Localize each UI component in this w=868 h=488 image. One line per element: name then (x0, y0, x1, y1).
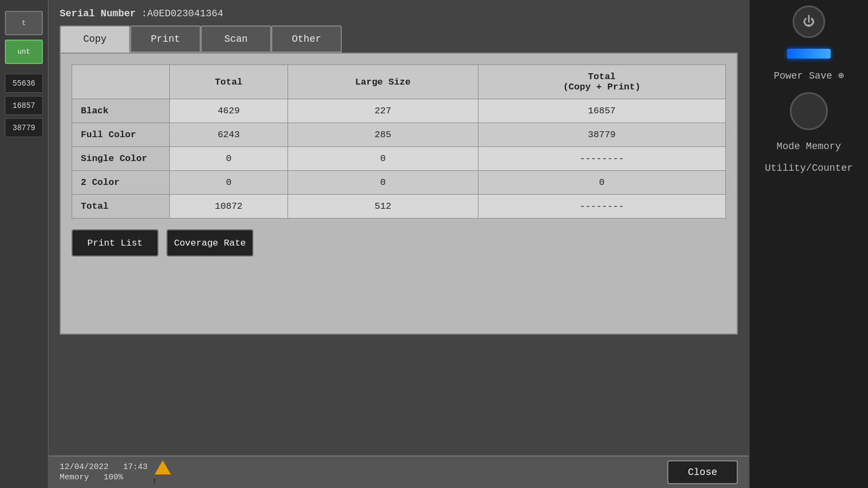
row-fullcolor-total-cp: 38779 (478, 123, 725, 147)
tab-scan[interactable]: Scan (201, 25, 271, 53)
memory-label: Memory (60, 473, 89, 482)
print-list-button[interactable]: Print List (72, 229, 158, 256)
alert-icon-container: ! (153, 463, 172, 482)
power-save-icon: ⊕ (838, 70, 844, 81)
row-label-total: Total (72, 195, 170, 219)
nav-circle[interactable] (790, 92, 828, 130)
status-memory: Memory 100% (60, 473, 148, 482)
status-bar: 12/04/2022 17:43 Memory 100% ! Close (49, 455, 749, 488)
coverage-rate-button[interactable]: Coverage Rate (167, 229, 253, 256)
row-2color-total-cp: 0 (478, 171, 725, 195)
row-black-total-cp: 16857 (478, 99, 725, 123)
sidebar-count-3: 38779 (5, 118, 43, 137)
close-button[interactable]: Close (667, 460, 738, 484)
power-save-label: Power Save ⊕ (768, 69, 850, 81)
row-black-large: 227 (288, 99, 478, 123)
serial-number-row: Serial Number :A0ED023041364 (60, 8, 738, 19)
col-header-total: Total (170, 65, 288, 99)
tab-print[interactable]: Print (130, 25, 201, 53)
row-label-2color: 2 Color (72, 171, 170, 195)
right-panel: ⏻ Power Save ⊕ Mode Memory Utility/Count… (749, 0, 868, 488)
mode-memory-label: Mode Memory (771, 141, 847, 152)
col-header-total-copy-print: Total(Copy + Print) (478, 65, 725, 99)
row-total-total-cp: -------- (478, 195, 725, 219)
serial-number-label: Serial Number (60, 8, 136, 19)
tab-copy[interactable]: Copy (60, 25, 130, 53)
bottom-buttons: Print List Coverage Rate (72, 229, 726, 256)
row-label-black: Black (72, 99, 170, 123)
row-fullcolor-large: 285 (288, 123, 478, 147)
table-row: Black 4629 227 16857 (72, 99, 726, 123)
row-label-fullcolor: Full Color (72, 123, 170, 147)
sidebar-count-btn[interactable]: unt (5, 40, 43, 64)
left-sidebar: t unt 55636 16857 38779 (0, 0, 49, 488)
table-row: Single Color 0 0 -------- (72, 147, 726, 171)
tabs-row: Copy Print Scan Other (60, 25, 738, 53)
memory-value: 100% (104, 473, 123, 482)
counter-table: Total Large Size Total(Copy + Print) Bla… (72, 65, 726, 219)
sidebar-top-btn[interactable]: t (5, 11, 43, 35)
main-content: Serial Number :A0ED023041364 Copy Print … (49, 0, 749, 488)
status-date-time: 12/04/2022 17:43 (60, 463, 148, 472)
main-panel: Total Large Size Total(Copy + Print) Bla… (60, 53, 738, 335)
power-button[interactable]: ⏻ (793, 5, 825, 38)
row-fullcolor-total: 6243 (170, 123, 288, 147)
row-total-large: 512 (288, 195, 478, 219)
power-icon: ⏻ (803, 15, 815, 29)
status-left: 12/04/2022 17:43 Memory 100% (60, 463, 148, 482)
row-2color-large: 0 (288, 171, 478, 195)
row-black-total: 4629 (170, 99, 288, 123)
sidebar-count-1: 55636 (5, 74, 43, 93)
table-row: Total 10872 512 -------- (72, 195, 726, 219)
row-singlecolor-total: 0 (170, 147, 288, 171)
alert-exclamation-icon: ! (152, 478, 157, 486)
blue-indicator (787, 49, 831, 59)
col-header-large-size: Large Size (288, 65, 478, 99)
table-row: Full Color 6243 285 38779 (72, 123, 726, 147)
status-info: 12/04/2022 17:43 Memory 100% ! (60, 463, 172, 482)
tab-other[interactable]: Other (271, 25, 342, 53)
col-header-empty (72, 65, 170, 99)
utility-counter-label: Utility/Counter (760, 163, 858, 174)
status-time: 17:43 (123, 463, 148, 472)
serial-number-value: :A0ED023041364 (141, 8, 223, 19)
row-label-singlecolor: Single Color (72, 147, 170, 171)
row-2color-total: 0 (170, 171, 288, 195)
row-total-total: 10872 (170, 195, 288, 219)
row-singlecolor-total-cp: -------- (478, 147, 725, 171)
row-singlecolor-large: 0 (288, 147, 478, 171)
status-date: 12/04/2022 (60, 463, 108, 472)
alert-triangle-icon (155, 460, 171, 474)
sidebar-count-2: 16857 (5, 96, 43, 115)
table-row: 2 Color 0 0 0 (72, 171, 726, 195)
